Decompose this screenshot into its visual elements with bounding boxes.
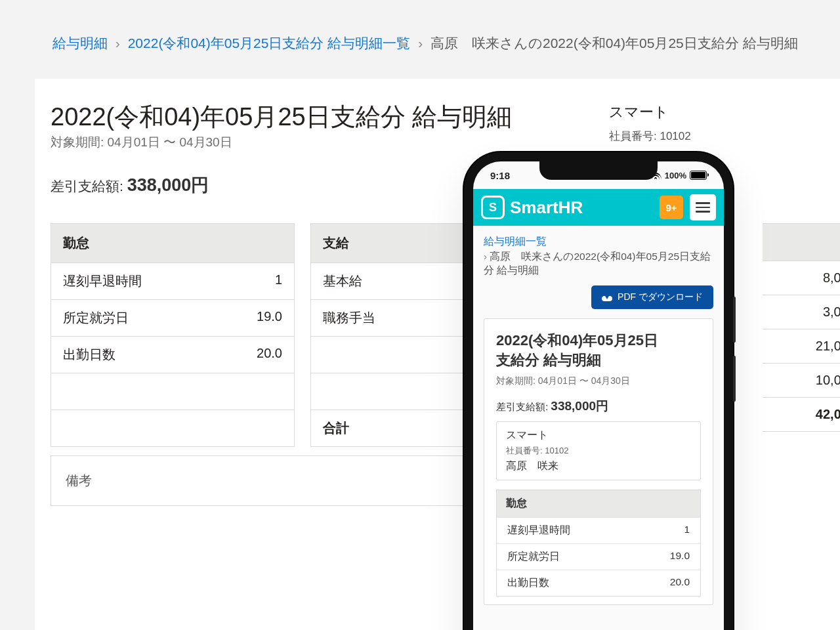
breadcrumb-list[interactable]: 2022(令和04)年05月25日支給分 給与明細一覧 [128, 35, 411, 51]
attendance-table: 勤怠 遅刻早退時間 1 所定就労日 19.0 出勤日数 20.0 [51, 223, 295, 447]
table-row [51, 410, 294, 446]
table-row: 10,000 [763, 363, 840, 397]
table-row [51, 373, 294, 410]
employee-id-label: 社員番号: [609, 130, 660, 142]
battery-icon [690, 171, 707, 180]
notification-badge[interactable]: 9+ [660, 196, 683, 219]
breadcrumb-mobile-current: › 高原 咲来さんの2022(令和04)年05月25日支給分 給与明細 [484, 250, 713, 278]
table-row: 遅刻早退時間 1 [497, 517, 700, 543]
breadcrumb: 給与明細 › 2022(令和04)年05月25日支給分 給与明細一覧 › 高原 … [52, 34, 814, 52]
breadcrumb-mobile-list[interactable]: 給与明細一覧 [484, 236, 547, 247]
employee-id: 10102 [545, 446, 568, 455]
status-time: 9:18 [490, 170, 510, 181]
deduction-header-blank [763, 224, 840, 261]
deduction-values: 8,000 3,000 21,000 10,000 42,000 [763, 223, 840, 432]
net-pay-label: 差引支給額: [51, 178, 127, 194]
chevron-right-icon: › [418, 35, 423, 51]
employee-id: 10102 [660, 130, 690, 142]
payslip-summary-card: 2022(令和04)年05月25日 支給分 給与明細 対象期間: 04月01日 … [484, 318, 713, 605]
company-name: スマート [506, 429, 691, 442]
employee-card: スマート 社員番号: 10102 [593, 96, 840, 150]
brand-smarthr[interactable]: S SmartHR [481, 196, 583, 219]
breadcrumb-current: 高原 咲来さんの2022(令和04)年05月25日支給分 給与明細 [430, 35, 798, 51]
page-title: 2022(令和04)年05月25日支給分 給与明細 [51, 100, 512, 134]
chevron-right-icon: › [484, 251, 487, 262]
attendance-header: 勤怠 [51, 224, 294, 262]
employee-id-label: 社員番号: [506, 446, 545, 455]
download-pdf-button[interactable]: PDF でダウンロード [591, 285, 713, 309]
brand-logo-icon: S [481, 196, 505, 219]
phone-notch [539, 161, 658, 180]
net-pay: 差引支給額: 338,000円 [51, 173, 209, 197]
net-pay: 差引支給額: 338,000円 [496, 398, 701, 415]
table-row: 出勤日数 20.0 [497, 570, 700, 596]
chevron-right-icon: › [116, 35, 120, 51]
period-label: 対象期間: 04月01日 〜 04月30日 [51, 134, 232, 151]
table-row: 所定就労日 19.0 [497, 543, 700, 570]
download-pdf-label: PDF でダウンロード [618, 291, 703, 303]
table-row: 8,000 [763, 261, 840, 295]
battery-text: 100% [665, 171, 686, 180]
attendance-header: 勤怠 [497, 490, 700, 517]
table-row-total: 42,000 [763, 397, 840, 431]
net-pay-amount: 338,000円 [551, 399, 608, 413]
notes-box: 備考 [51, 455, 488, 506]
menu-button[interactable] [690, 194, 716, 220]
table-row: 3,000 [763, 295, 840, 329]
employee-name: 高原 咲来 [506, 459, 691, 473]
company-name: スマート [609, 102, 840, 122]
payslip-title: 2022(令和04)年05月25日 支給分 給与明細 [496, 331, 701, 370]
brand-name: SmartHR [510, 198, 583, 218]
phone-mockup: 9:18 100% S SmartHR 9+ 給与明細一覧 › 高原 [464, 152, 733, 630]
net-pay-label: 差引支給額: [496, 401, 551, 412]
table-row: 遅刻早退時間 1 [51, 262, 294, 299]
table-row: 所定就労日 19.0 [51, 299, 294, 336]
period-label: 対象期間: 04月01日 〜 04月30日 [496, 375, 701, 387]
table-row: 出勤日数 20.0 [51, 336, 294, 373]
employee-card: スマート 社員番号: 10102 高原 咲来 [496, 421, 701, 480]
net-pay-amount: 338,000円 [127, 175, 209, 195]
breadcrumb-payslip[interactable]: 給与明細 [52, 35, 108, 51]
attendance-table: 勤怠 遅刻早退時間 1 所定就労日 19.0 出勤日数 20.0 [496, 490, 701, 597]
cloud-download-icon [602, 294, 612, 301]
table-row: 21,000 [763, 329, 840, 363]
app-bar: S SmartHR 9+ [473, 189, 724, 226]
